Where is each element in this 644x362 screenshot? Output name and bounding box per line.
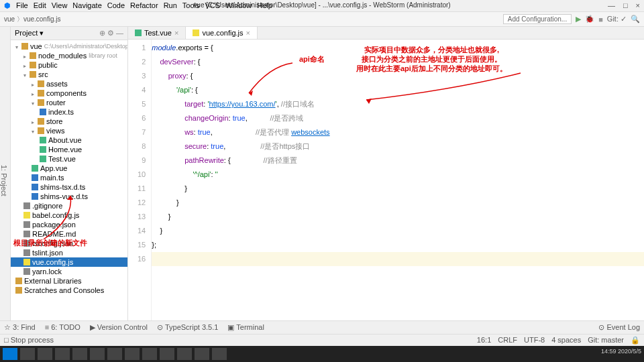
tree-item[interactable]: yarn.lock bbox=[11, 267, 127, 276]
taskbar-item[interactable] bbox=[107, 348, 122, 360]
file-icon bbox=[40, 137, 46, 143]
taskbar-item[interactable] bbox=[177, 348, 192, 360]
tree-item[interactable]: index.ts bbox=[11, 107, 127, 117]
tool-window-tab[interactable]: ⊙ TypeScript 3.5.1 bbox=[157, 323, 218, 331]
left-tool-strip[interactable]: 1: Project 2: Structure npm 2: Favorites bbox=[0, 27, 11, 320]
file-icon bbox=[38, 99, 44, 106]
file-icon bbox=[21, 43, 28, 50]
editor-tab[interactable]: vue.config.js × bbox=[186, 27, 258, 39]
add-configuration-button[interactable]: Add Configuration... bbox=[503, 14, 572, 24]
tree-item[interactable]: About.vue bbox=[11, 135, 127, 145]
menu-edit[interactable]: Edit bbox=[34, 1, 46, 10]
taskbar-item[interactable] bbox=[38, 348, 52, 360]
menu-run[interactable]: Run bbox=[164, 1, 177, 10]
start-button[interactable] bbox=[3, 348, 17, 360]
tree-item[interactable]: tslint.json bbox=[11, 248, 127, 257]
editor-tabs[interactable]: Test.vue ×vue.config.js × bbox=[128, 27, 644, 40]
file-icon bbox=[32, 184, 38, 190]
tool-window-tab[interactable]: ▣ Terminal bbox=[227, 323, 264, 331]
tree-item[interactable]: README.md bbox=[11, 229, 127, 239]
taskbar-item[interactable] bbox=[142, 348, 157, 360]
tree-item[interactable]: package.json bbox=[11, 220, 127, 229]
editor-tab[interactable]: Test.vue × bbox=[128, 27, 186, 39]
stop-icon[interactable]: ■ bbox=[598, 15, 603, 23]
breadcrumb[interactable]: vue 〉vue.config.js bbox=[4, 15, 61, 24]
file-icon bbox=[23, 212, 30, 219]
taskbar-item[interactable] bbox=[20, 348, 35, 360]
tree-item[interactable]: .gitignore bbox=[11, 201, 127, 210]
lock-icon[interactable]: 🔒 bbox=[631, 336, 640, 345]
search-icon[interactable]: 🔍 bbox=[631, 15, 640, 23]
git-label[interactable]: Git: ✓ bbox=[607, 15, 627, 23]
taskbar-item[interactable] bbox=[160, 348, 174, 360]
tree-item[interactable]: External Libraries bbox=[11, 276, 127, 286]
window-button[interactable]: × bbox=[636, 1, 640, 9]
window-button[interactable]: — bbox=[608, 1, 615, 9]
event-log[interactable]: ⊙ Event Log bbox=[598, 323, 640, 332]
menu-file[interactable]: File bbox=[16, 1, 28, 10]
cursor-position[interactable]: 16:1 bbox=[477, 336, 491, 345]
window-button[interactable]: □ bbox=[623, 1, 628, 9]
file-icon bbox=[38, 118, 44, 125]
tree-item[interactable]: components bbox=[11, 88, 127, 98]
tree-item[interactable]: vue C:\Users\Administrator\Desktop\vue bbox=[11, 42, 127, 51]
tool-window-tab[interactable]: ☆ 3: Find bbox=[4, 323, 36, 331]
menu-view[interactable]: View bbox=[52, 1, 68, 10]
taskbar-item[interactable] bbox=[195, 348, 209, 360]
file-icon bbox=[23, 202, 30, 209]
indent[interactable]: 4 spaces bbox=[551, 336, 581, 345]
project-tree[interactable]: vue C:\Users\Administrator\Desktop\vueno… bbox=[11, 40, 127, 320]
project-panel: Project ▾ ⊕ ⚙ — vue C:\Users\Administrat… bbox=[11, 27, 128, 320]
tool-window-tab[interactable]: ▶ Version Control bbox=[90, 323, 148, 331]
menu-navigate[interactable]: Navigate bbox=[72, 1, 101, 10]
menu-code[interactable]: Code bbox=[107, 1, 125, 10]
run-icon[interactable]: ▶ bbox=[576, 15, 581, 23]
bottom-tool-bar[interactable]: ☆ 3: Find≡ 6: TODO▶ Version Control⊙ Typ… bbox=[0, 320, 644, 334]
tool-window-tab[interactable]: ≡ 6: TODO bbox=[45, 323, 80, 331]
tree-item[interactable]: Scratches and Consoles bbox=[11, 286, 127, 295]
tree-item[interactable]: assets bbox=[11, 79, 127, 88]
file-icon bbox=[23, 249, 30, 256]
annotation-new-file: 根目录所创建的新文件 bbox=[13, 238, 87, 248]
file-icon bbox=[32, 174, 38, 181]
system-clock[interactable]: 14:59 2020/5/5 bbox=[601, 348, 641, 360]
taskbar-item[interactable] bbox=[125, 348, 140, 360]
tree-item[interactable]: Test.vue bbox=[11, 154, 127, 164]
line-separator[interactable]: CRLF bbox=[498, 336, 517, 345]
taskbar-item[interactable] bbox=[72, 348, 87, 360]
tree-item[interactable]: babel.config.js bbox=[11, 210, 127, 220]
file-icon bbox=[30, 52, 36, 59]
taskbar-item[interactable] bbox=[90, 348, 105, 360]
project-header[interactable]: Project ▾ ⊕ ⚙ — bbox=[11, 27, 127, 40]
tree-item[interactable]: node_modules library root bbox=[11, 51, 127, 60]
project-tool-tab[interactable]: 1: Project bbox=[0, 165, 8, 196]
git-branch[interactable]: Git: master bbox=[588, 336, 624, 345]
menu-refactor[interactable]: Refactor bbox=[130, 1, 158, 10]
tree-item[interactable]: Home.vue bbox=[11, 145, 127, 154]
app-icon: ⬢ bbox=[4, 1, 11, 10]
tree-item[interactable]: shims-tsx.d.ts bbox=[11, 182, 127, 192]
tree-item[interactable]: router bbox=[11, 98, 127, 107]
status-message[interactable]: □ Stop process bbox=[4, 336, 54, 345]
tree-item[interactable]: store bbox=[11, 117, 127, 126]
code-editor[interactable]: 12345678910111213141516 module.exports =… bbox=[128, 40, 644, 320]
file-icon bbox=[38, 127, 44, 134]
tree-item[interactable]: shims-vue.d.ts bbox=[11, 192, 127, 201]
code-lines[interactable]: module.exports = { devServer: { proxy: {… bbox=[152, 40, 644, 320]
taskbar-item[interactable] bbox=[212, 348, 227, 360]
tree-item[interactable]: main.ts bbox=[11, 173, 127, 182]
file-icon bbox=[23, 231, 30, 237]
tree-item[interactable]: src bbox=[11, 70, 127, 79]
taskbar-item[interactable] bbox=[55, 348, 70, 360]
file-icon bbox=[32, 165, 38, 172]
file-icon bbox=[38, 80, 44, 87]
tree-item[interactable]: App.vue bbox=[11, 164, 127, 173]
tree-item[interactable]: views bbox=[11, 126, 127, 135]
debug-icon[interactable]: 🐞 bbox=[585, 15, 594, 23]
tree-item[interactable]: public bbox=[11, 60, 127, 70]
file-icon bbox=[40, 109, 46, 115]
encoding[interactable]: UTF-8 bbox=[524, 336, 545, 345]
file-icon bbox=[15, 278, 22, 284]
windows-taskbar[interactable]: 14:59 2020/5/5 bbox=[0, 346, 644, 362]
tree-item[interactable]: vue.config.js bbox=[11, 257, 127, 267]
